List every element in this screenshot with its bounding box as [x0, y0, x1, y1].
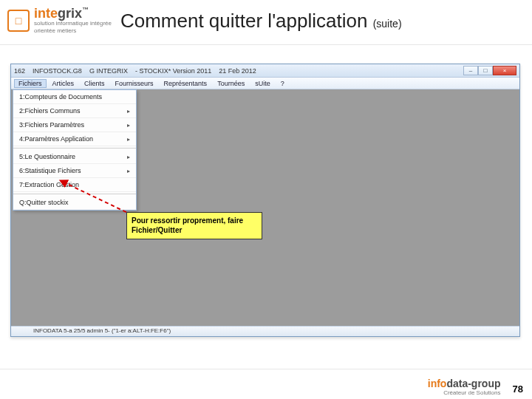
- window-titlebar: 162 INFOSTOCK.G8 G INTEGRIX - STOCKIX* V…: [11, 64, 519, 78]
- titlebar-org: G INTEGRIX: [89, 67, 128, 75]
- dropdown-item-extraction[interactable]: 7:Extraction Gestion: [13, 178, 136, 192]
- footer-tagline: Créateur de Solutions: [443, 389, 500, 396]
- app-window: 162 INFOSTOCK.G8 G INTEGRIX - STOCKIX* V…: [10, 64, 520, 337]
- callout-line1: Pour ressortir proprement, faire: [132, 216, 257, 226]
- instruction-callout: Pour ressortir proprement, faire Fichier…: [126, 212, 262, 239]
- menu-suite[interactable]: sUite: [250, 79, 275, 88]
- page-number: 78: [513, 383, 523, 395]
- logo-infodata: infodata-group Créateur de Solutions: [428, 378, 501, 396]
- dropdown-item-parametres-app[interactable]: 4:Paramètres Application▸: [13, 132, 136, 146]
- statusbar: INFODATA 5-a 25/5 admin 5- ("1-er a:ALT-…: [11, 326, 519, 336]
- chevron-right-icon: ▸: [127, 168, 130, 174]
- menu-help[interactable]: ?: [276, 79, 289, 88]
- slide-footer: infodata-group Créateur de Solutions 78: [428, 378, 523, 396]
- slide-title: Comment quitter l'application (suite): [120, 10, 402, 33]
- window-buttons: – □ ×: [463, 66, 516, 75]
- brand-tagline2: orientée métiers: [34, 27, 112, 35]
- minimize-button[interactable]: –: [463, 66, 478, 75]
- titlebar-prod: - STOCKIX* Version 2011: [135, 67, 211, 75]
- brand-text: integrix™: [34, 7, 112, 20]
- dropdown-item-parametres-f[interactable]: 3:Fichiers Paramètres▸: [13, 118, 136, 132]
- chevron-right-icon: ▸: [127, 122, 130, 129]
- menu-fichiers[interactable]: Fichiers: [14, 79, 47, 88]
- dropdown-separator: [13, 148, 136, 149]
- titlebar-icon-text: 162: [14, 67, 25, 75]
- menubar: Fichiers Articles Clients Fournisseurs R…: [11, 78, 519, 89]
- callout-line2: Fichier/Quitter: [132, 226, 257, 236]
- menu-clients[interactable]: Clients: [80, 79, 109, 88]
- menu-fournisseurs[interactable]: Fournisseurs: [111, 79, 158, 88]
- menu-articles[interactable]: Articles: [48, 79, 79, 88]
- fichiers-dropdown: 1:Compteurs de Documents 2:Fichiers Comm…: [13, 89, 137, 211]
- dropdown-item-quitter[interactable]: Q:Quitter stockix: [13, 196, 136, 210]
- chevron-right-icon: ▸: [127, 136, 130, 143]
- slide-header: □ integrix™ solution informatique intégr…: [0, 0, 532, 41]
- titlebar-date: 21 Feb 2012: [219, 67, 256, 75]
- logo-icon: □: [7, 10, 30, 32]
- footer-brand: infodata-group: [428, 378, 501, 389]
- chevron-right-icon: ▸: [127, 154, 130, 160]
- chevron-right-icon: ▸: [127, 108, 130, 115]
- dropdown-item-questionnaire[interactable]: 5:Le Questionnaire▸: [13, 150, 136, 164]
- brand-tagline1: solution informatique intégrée: [34, 20, 112, 27]
- dropdown-separator: [13, 194, 136, 194]
- footer-divider: [0, 369, 532, 369]
- maximize-button[interactable]: □: [478, 66, 493, 75]
- dropdown-item-compteurs[interactable]: 1:Compteurs de Documents: [13, 90, 136, 104]
- titlebar-app: INFOSTOCK.G8: [33, 67, 82, 75]
- content-area: 1:Compteurs de Documents 2:Fichiers Comm…: [11, 89, 519, 326]
- dropdown-item-communs[interactable]: 2:Fichiers Communs▸: [13, 104, 136, 118]
- menu-representants[interactable]: Représentants: [160, 79, 212, 88]
- header-divider: [0, 44, 532, 45]
- dropdown-item-statistique[interactable]: 6:Statistique Fichiers▸: [13, 164, 136, 178]
- menu-tournees[interactable]: Tournées: [213, 79, 249, 88]
- logo-integrix: □ integrix™ solution informatique intégr…: [7, 7, 112, 34]
- close-button[interactable]: ×: [493, 66, 516, 75]
